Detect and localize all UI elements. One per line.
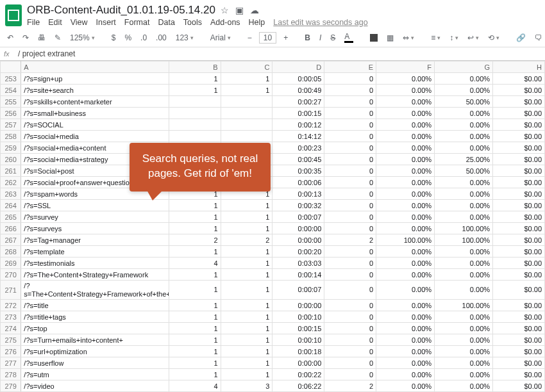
cell[interactable]: 0 — [324, 346, 376, 357]
cell[interactable]: 0 — [324, 188, 376, 200]
strikethrough-button[interactable]: S — [328, 32, 337, 44]
cell[interactable]: 1 — [169, 369, 221, 380]
cell[interactable]: 1 — [169, 300, 221, 311]
cell[interactable]: 0:00:06 — [272, 177, 324, 188]
cell[interactable]: 0.00% — [435, 108, 493, 119]
decrease-decimal-button[interactable]: .0 — [138, 32, 149, 44]
table-row[interactable]: 256/?s=small+business0:00:1500.00%0.00%$… — [1, 108, 545, 119]
cell[interactable]: 1 — [169, 323, 221, 334]
cell[interactable]: /?s=url+optimization — [21, 346, 169, 357]
comment-button[interactable]: 🗨 — [533, 32, 544, 44]
menu-addons[interactable]: Add-ons — [210, 18, 240, 27]
fill-color-button[interactable] — [368, 33, 380, 43]
table-row[interactable]: 264/?s=SSL110:00:3200.00%0.00%$0.00 — [1, 200, 545, 211]
cell[interactable]: 0.00% — [435, 200, 493, 211]
row-number[interactable]: 272 — [1, 300, 21, 311]
cell[interactable]: 1 — [169, 211, 221, 223]
cell[interactable]: 0:00:49 — [272, 85, 324, 96]
cell[interactable]: 1 — [169, 281, 221, 300]
cell[interactable]: /?s=top — [21, 323, 169, 334]
doc-title[interactable]: ORB-Content-Audit_01.01.19-05.14.20 — [27, 4, 215, 17]
cell[interactable]: $0.00 — [493, 281, 545, 300]
cell[interactable]: 2 — [221, 234, 272, 246]
table-row[interactable]: 254/?s=site+search110:00:4900.00%0.00%$0… — [1, 85, 545, 96]
cell[interactable]: 0 — [324, 200, 376, 211]
cell[interactable]: $0.00 — [493, 311, 545, 323]
cell[interactable]: 0 — [324, 311, 376, 323]
cell[interactable]: 1 — [169, 269, 221, 281]
row-number[interactable]: 263 — [1, 188, 21, 200]
cell[interactable]: 0.00% — [376, 311, 435, 323]
cell[interactable]: $0.00 — [493, 165, 545, 177]
cell[interactable]: 0 — [324, 154, 376, 165]
cell[interactable]: 0.00% — [376, 188, 435, 200]
row-number[interactable]: 258 — [1, 131, 21, 142]
cell[interactable] — [221, 108, 272, 119]
wrap-button[interactable]: ↩ — [465, 32, 481, 44]
sheets-logo-icon[interactable] — [5, 4, 22, 26]
table-row[interactable]: 265/?s=survey110:00:0700.00%0.00%$0.00 — [1, 211, 545, 223]
cell[interactable]: 0.00% — [376, 380, 435, 392]
table-row[interactable]: 257/?s=SOCIAL0:00:1200.00%0.00%$0.00 — [1, 119, 545, 131]
cell[interactable]: 0.00% — [376, 346, 435, 357]
cell[interactable]: 0.00% — [435, 246, 493, 257]
menu-file[interactable]: File — [27, 18, 40, 27]
cell[interactable]: 0 — [324, 357, 376, 369]
cell[interactable]: 2 — [324, 380, 376, 392]
move-folder-icon[interactable]: ▣ — [235, 5, 244, 15]
cell[interactable]: 4 — [169, 380, 221, 392]
row-number[interactable]: 257 — [1, 119, 21, 131]
row-number[interactable]: 270 — [1, 269, 21, 281]
cell[interactable]: 0:00:15 — [272, 108, 324, 119]
cell[interactable]: 100.00% — [376, 234, 435, 246]
cell[interactable]: 0:00:32 — [272, 200, 324, 211]
cell[interactable]: 0.00% — [435, 142, 493, 154]
cell[interactable]: $0.00 — [493, 223, 545, 234]
cell[interactable]: /?s=title+tags — [21, 311, 169, 323]
cell[interactable]: 1 — [169, 200, 221, 211]
cell[interactable]: 0 — [324, 269, 376, 281]
fx-value[interactable]: / project extranet — [18, 49, 75, 58]
cell[interactable]: 0:00:23 — [272, 142, 324, 154]
cell[interactable]: 1 — [169, 357, 221, 369]
italic-button[interactable]: I — [317, 32, 323, 44]
row-number[interactable]: 275 — [1, 334, 21, 346]
cell[interactable]: 0:06:22 — [272, 380, 324, 392]
paint-format-button[interactable]: ✎ — [53, 32, 63, 44]
cell[interactable]: 100.00% — [435, 234, 493, 246]
cell[interactable]: 1 — [169, 246, 221, 257]
cell[interactable] — [221, 96, 272, 108]
cell[interactable]: 0 — [324, 369, 376, 380]
row-number[interactable]: 279 — [1, 380, 21, 392]
row-number[interactable]: 269 — [1, 257, 21, 269]
cell[interactable]: 0 — [324, 223, 376, 234]
cell[interactable]: 0.00% — [435, 257, 493, 269]
cell[interactable]: 1 — [221, 334, 272, 346]
cell[interactable]: 0.00% — [376, 334, 435, 346]
bold-button[interactable]: B — [303, 32, 312, 44]
column-header-B[interactable]: B — [169, 61, 221, 73]
format-percent-button[interactable]: % — [122, 32, 133, 44]
cell[interactable]: $0.00 — [493, 257, 545, 269]
cell[interactable]: $0.00 — [493, 211, 545, 223]
cloud-status-icon[interactable]: ☁ — [250, 5, 259, 15]
cell[interactable]: 0:00:18 — [272, 346, 324, 357]
cell[interactable]: 0.00% — [435, 334, 493, 346]
menu-insert[interactable]: Insert — [96, 18, 116, 27]
menu-edit[interactable]: Edit — [48, 18, 62, 27]
cell[interactable]: 0 — [324, 334, 376, 346]
cell[interactable]: 0.00% — [435, 323, 493, 334]
font-size-input[interactable]: 10 — [259, 32, 276, 44]
cell[interactable]: 0.00% — [376, 165, 435, 177]
cell[interactable]: 1 — [221, 269, 272, 281]
row-number[interactable]: 264 — [1, 200, 21, 211]
v-align-button[interactable]: ↕ — [448, 32, 460, 44]
cell[interactable]: 0 — [324, 108, 376, 119]
row-number[interactable]: 274 — [1, 323, 21, 334]
cell[interactable]: /?s=skills+content+marketer — [21, 96, 169, 108]
cell[interactable]: 0:03:03 — [272, 257, 324, 269]
table-row[interactable]: 277/?s=userflow110:00:0000.00%0.00%$0.00 — [1, 357, 545, 369]
cell[interactable]: 0:00:10 — [272, 334, 324, 346]
cell[interactable]: 0:00:27 — [272, 96, 324, 108]
cell[interactable]: 0.00% — [376, 246, 435, 257]
